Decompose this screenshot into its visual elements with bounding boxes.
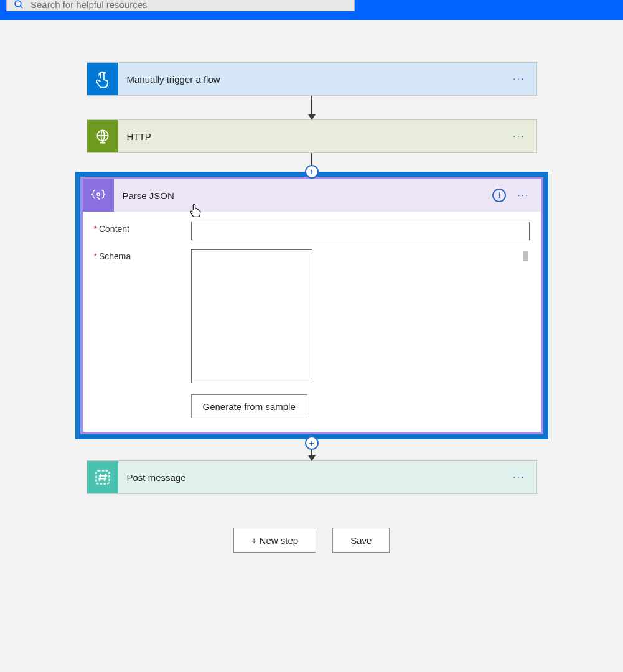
schema-input[interactable] [191,249,312,383]
step-header[interactable]: Post message ··· [87,461,536,493]
step-header[interactable]: HTTP ··· [87,120,536,152]
schema-label: *Schema [94,249,191,261]
step-http[interactable]: HTTP ··· [87,119,537,153]
add-step-button[interactable]: + [305,165,319,179]
braces-icon [83,179,114,212]
flow-canvas: Manually trigger a flow ··· HTTP ··· + [0,20,623,553]
step-title: HTTP [127,131,508,142]
svg-point-0 [15,1,21,7]
step-title: Manually trigger a flow [127,74,508,85]
svg-rect-4 [96,471,109,484]
globe-icon [87,120,118,152]
connector-arrow: + [311,153,312,172]
touch-icon [87,63,118,95]
save-button[interactable]: Save [332,528,390,553]
step-post-message[interactable]: Post message ··· [87,460,537,494]
step-manually-trigger[interactable]: Manually trigger a flow ··· [87,62,537,96]
svg-line-1 [20,6,22,8]
content-field-row: *Content [94,222,530,240]
step-title: Post message [127,472,508,483]
search-input[interactable] [30,0,348,10]
footer-buttons: + New step Save [233,528,390,553]
add-step-button[interactable]: + [305,436,319,450]
step-menu-button[interactable]: ··· [508,71,530,87]
step-menu-button[interactable]: ··· [508,469,530,485]
svg-point-3 [96,193,99,195]
hash-icon [87,461,118,493]
top-header [0,0,623,20]
content-input[interactable] [191,222,530,240]
search-box[interactable] [6,0,355,11]
step-header[interactable]: Manually trigger a flow ··· [87,63,536,95]
step-header[interactable]: Parse JSON i ··· [83,179,541,212]
info-icon[interactable]: i [492,189,506,202]
step-title: Parse JSON [123,190,493,201]
connector-arrow [311,96,312,119]
connector-arrow: + [311,439,312,460]
selected-step-frame: Parse JSON i ··· *Content *Schema [75,172,548,439]
step-menu-button[interactable]: ··· [512,187,534,203]
content-label: *Content [94,222,191,234]
step-menu-button[interactable]: ··· [508,128,530,144]
generate-from-sample-button[interactable]: Generate from sample [191,394,307,418]
schema-field-row: *Schema [94,249,530,386]
step-parse-json[interactable]: Parse JSON i ··· *Content *Schema [80,177,543,434]
search-icon [13,0,24,10]
new-step-button[interactable]: + New step [233,528,316,553]
step-body: *Content *Schema Generate from sample [83,212,541,432]
